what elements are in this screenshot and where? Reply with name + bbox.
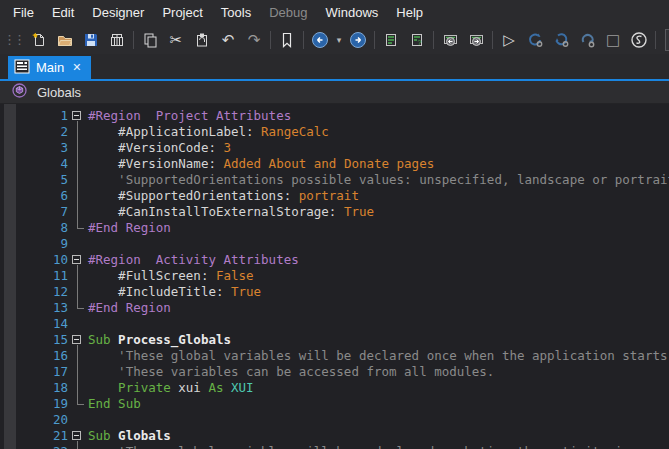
code-line: 18 Private xui As XUI bbox=[0, 380, 669, 396]
menu-debug: Debug bbox=[260, 0, 316, 26]
code-text: 'These global variables will be declared… bbox=[88, 348, 669, 364]
resume-button[interactable] bbox=[522, 28, 548, 52]
clean-project-button[interactable] bbox=[626, 28, 652, 52]
code-text: Sub Process_Globals bbox=[88, 332, 231, 348]
line-number: 2 bbox=[0, 124, 70, 140]
shift-left-button[interactable] bbox=[437, 28, 463, 52]
line-number: 19 bbox=[0, 396, 70, 412]
toolbar-grip[interactable]: ⋮⋮ bbox=[3, 30, 23, 50]
comment-lines-icon bbox=[383, 32, 399, 48]
fold-margin bbox=[70, 172, 88, 188]
line-number: 9 bbox=[0, 236, 70, 252]
fold-margin bbox=[70, 236, 88, 252]
undo-button[interactable]: ↶ bbox=[215, 28, 241, 52]
fold-toggle-icon[interactable] bbox=[70, 252, 88, 268]
line-number: 8 bbox=[0, 220, 70, 236]
open-project-button[interactable] bbox=[52, 28, 78, 52]
navigate-back-button[interactable] bbox=[307, 28, 333, 52]
uncomment-button[interactable]: ? bbox=[404, 28, 430, 52]
step-into-button[interactable] bbox=[548, 28, 574, 52]
code-text: #IncludeTitle: True bbox=[88, 284, 261, 300]
menu-windows[interactable]: Windows bbox=[317, 0, 388, 26]
fold-toggle-icon[interactable] bbox=[70, 332, 88, 348]
line-number: 22 bbox=[0, 444, 70, 449]
fold-margin bbox=[70, 156, 88, 172]
copy-button[interactable] bbox=[137, 28, 163, 52]
code-text: Private xui As XUI bbox=[88, 380, 254, 396]
code-line: 15Sub Process_Globals bbox=[0, 332, 669, 348]
cut-button[interactable]: ✂ bbox=[163, 28, 189, 52]
line-number: 1 bbox=[0, 108, 70, 124]
menu-project[interactable]: Project bbox=[153, 0, 211, 26]
code-line: 16 'These global variables will be decla… bbox=[0, 348, 669, 364]
code-text: End Sub bbox=[88, 396, 141, 412]
toolbar-separator bbox=[492, 31, 493, 49]
step-over-button[interactable] bbox=[574, 28, 600, 52]
save-button[interactable] bbox=[78, 28, 104, 52]
stop-icon: □ bbox=[606, 33, 620, 48]
code-editor[interactable]: 1#Region Project Attributes2 #Applicatio… bbox=[0, 104, 669, 449]
code-line: 3 #VersionCode: 3 bbox=[0, 140, 669, 156]
line-number: 13 bbox=[0, 300, 70, 316]
ide-window: File Edit Designer Project Tools Debug W… bbox=[0, 0, 669, 449]
line-number: 11 bbox=[0, 268, 70, 284]
module-nav-bar[interactable]: Globals bbox=[0, 81, 669, 104]
run-button[interactable]: ▷ bbox=[496, 28, 522, 52]
comment-button[interactable] bbox=[378, 28, 404, 52]
code-line: 9 bbox=[0, 236, 669, 252]
navigate-forward-button[interactable] bbox=[345, 28, 371, 52]
clean-icon bbox=[630, 31, 648, 49]
fold-margin bbox=[70, 220, 88, 236]
debug-mode-select[interactable]: Debug bbox=[665, 29, 669, 51]
tab-main[interactable]: Main ✕ bbox=[8, 56, 91, 79]
code-line: 17 'These variables can be accessed from… bbox=[0, 364, 669, 380]
menu-help[interactable]: Help bbox=[387, 0, 432, 26]
line-number: 15 bbox=[0, 332, 70, 348]
shift-right-button[interactable] bbox=[463, 28, 489, 52]
chevron-down-icon: ▾ bbox=[334, 35, 344, 45]
bookmark-button[interactable] bbox=[274, 28, 300, 52]
code-line: 13#End Region bbox=[0, 300, 669, 316]
undo-icon: ↶ bbox=[222, 33, 235, 48]
play-icon: ▷ bbox=[503, 33, 515, 48]
uncomment-lines-icon: ? bbox=[409, 32, 425, 48]
code-line: 19End Sub bbox=[0, 396, 669, 412]
code-lines: 1#Region Project Attributes2 #Applicatio… bbox=[0, 108, 669, 449]
new-project-button[interactable] bbox=[26, 28, 52, 52]
menu-edit[interactable]: Edit bbox=[43, 0, 83, 26]
export-package-button[interactable] bbox=[104, 28, 130, 52]
code-line: 4 #VersionName: Added About and Donate p… bbox=[0, 156, 669, 172]
code-text: Sub Globals bbox=[88, 428, 171, 444]
fold-margin bbox=[70, 364, 88, 380]
code-text: #End Region bbox=[88, 220, 171, 236]
shift-left-icon bbox=[442, 32, 459, 48]
menu-tools[interactable]: Tools bbox=[212, 0, 260, 26]
open-folder-icon bbox=[57, 32, 73, 48]
fold-toggle-icon[interactable] bbox=[70, 428, 88, 444]
toolbar-separator bbox=[133, 31, 134, 49]
close-icon[interactable]: ✕ bbox=[70, 61, 83, 74]
line-number: 10 bbox=[0, 252, 70, 268]
line-number: 18 bbox=[0, 380, 70, 396]
fold-toggle-icon[interactable] bbox=[70, 108, 88, 124]
code-text: 'These variables can be accessed from al… bbox=[88, 364, 494, 380]
tab-label: Main bbox=[36, 60, 64, 75]
line-number: 4 bbox=[0, 156, 70, 172]
redo-icon: ↷ bbox=[248, 33, 261, 48]
fold-margin bbox=[70, 204, 88, 220]
code-text: #VersionCode: 3 bbox=[88, 140, 231, 156]
fold-margin bbox=[70, 124, 88, 140]
menu-file[interactable]: File bbox=[4, 0, 43, 26]
line-number: 3 bbox=[0, 140, 70, 156]
code-text: #Region Activity Attributes bbox=[88, 252, 299, 268]
back-history-dropdown[interactable]: ▾ bbox=[333, 28, 345, 52]
toolbar-separator bbox=[655, 31, 656, 49]
svg-text:?: ? bbox=[418, 39, 422, 46]
code-text: #ApplicationLabel: RangeCalc bbox=[88, 124, 329, 140]
code-line: 22 'These global variables will be redec… bbox=[0, 444, 669, 449]
redo-button[interactable]: ↷ bbox=[241, 28, 267, 52]
code-line: 5 'SupportedOrientations possible values… bbox=[0, 172, 669, 188]
menu-designer[interactable]: Designer bbox=[83, 0, 153, 26]
line-number: 20 bbox=[0, 412, 70, 428]
paste-button[interactable] bbox=[189, 28, 215, 52]
